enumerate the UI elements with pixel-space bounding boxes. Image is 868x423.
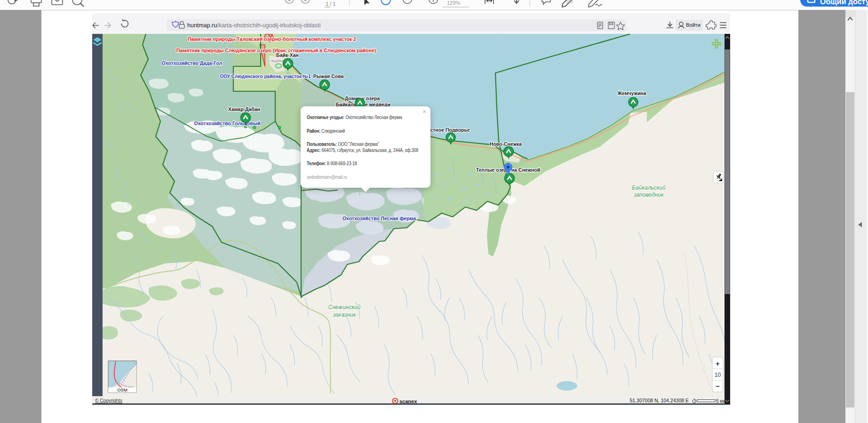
svg-text:129%: 129% — [447, 0, 460, 6]
svg-text:Охотхозяйство Гольцовый: Охотхозяйство Гольцовый — [194, 120, 261, 126]
svg-text:Частное Подворье: Частное Подворье — [424, 127, 470, 133]
svg-text:scanex: scanex — [399, 399, 417, 404]
svg-text:10: 10 — [715, 372, 721, 378]
svg-text:Охотхозяйство Лесная ферма: Охотхозяйство Лесная ферма — [342, 215, 416, 221]
svg-text:−: − — [716, 382, 720, 390]
svg-text:OSM: OSM — [117, 387, 127, 392]
svg-text:Жемчужина: Жемчужина — [617, 90, 646, 96]
svg-text:Памятник природы Таловский озе: Памятник природы Таловский озерно-болотн… — [188, 36, 356, 42]
svg-text:Байкальский: Байкальский — [632, 184, 666, 191]
svg-text:© Copyrights: © Copyrights — [95, 398, 122, 403]
svg-text:заказник: заказник — [333, 311, 357, 318]
svg-text:Общий доступ: Общий доступ — [820, 0, 868, 6]
svg-text:5 км: 5 км — [716, 399, 725, 404]
svg-text:заповедник: заповедник — [633, 192, 664, 198]
svg-text:+: + — [716, 359, 720, 367]
svg-text:Байк-Хан: Байк-Хан — [276, 52, 299, 58]
svg-text:huntmap.ru/karta-ohotnichih-ug: huntmap.ru/karta-ohotnichih-ugodij-irkut… — [187, 22, 320, 29]
svg-text:Хамар-Дабан: Хамар-Дабан — [228, 106, 260, 112]
svg-text:Рыжая Сова: Рыжая Сова — [313, 73, 344, 79]
svg-text:Ново-Снежка: Ново-Снежка — [490, 141, 522, 147]
svg-text:Снежинский: Снежинский — [328, 304, 361, 311]
svg-text:Охотхозяйство Дада-Гол: Охотхозяйство Дада-Гол — [162, 60, 223, 66]
svg-text:51.307008 N, 104.24308 E: 51.307008 N, 104.24308 E — [629, 398, 689, 403]
svg-text:Войти: Войти — [686, 22, 701, 28]
svg-text:1 / 1: 1 / 1 — [326, 1, 335, 7]
svg-text:ООУ Слюдянского района, участо: ООУ Слюдянского района, участок №1 — [220, 74, 311, 79]
